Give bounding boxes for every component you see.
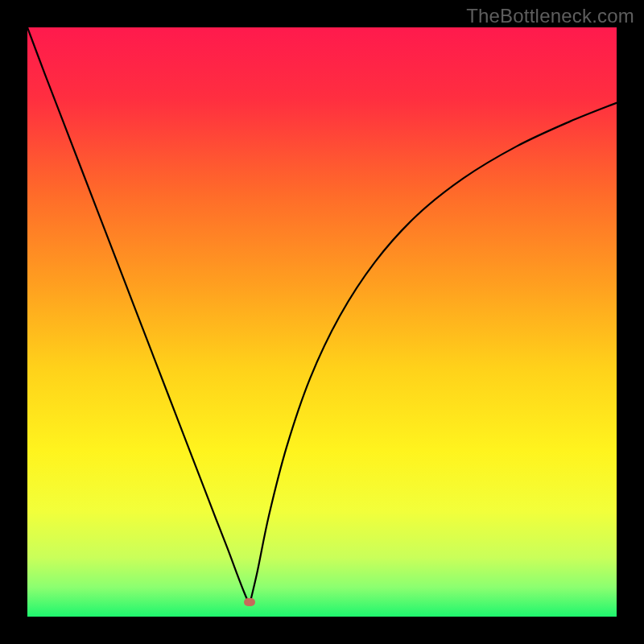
chart-frame: TheBottleneck.com (0, 0, 644, 644)
chart-svg (27, 27, 617, 617)
vertex-marker (244, 598, 255, 606)
watermark-text: TheBottleneck.com (466, 5, 634, 27)
gradient-background (27, 27, 617, 617)
plot-area (27, 27, 617, 617)
